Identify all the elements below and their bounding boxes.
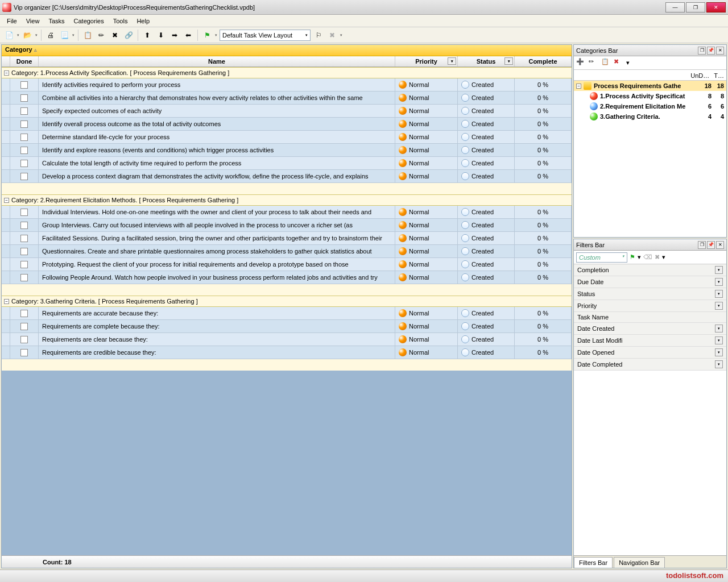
done-checkbox[interactable]: [20, 209, 28, 216]
done-cell[interactable]: [10, 307, 39, 319]
col-status[interactable]: Status▾: [458, 56, 515, 66]
task-row[interactable]: Prototyping. Request the client of your …: [2, 258, 572, 271]
link-icon[interactable]: 🔗: [123, 30, 134, 41]
filter-row[interactable]: Date Created▾: [574, 323, 726, 335]
tab-filters[interactable]: Filters Bar: [574, 557, 613, 568]
filter-dropdown-icon[interactable]: ▾: [715, 360, 723, 368]
done-cell[interactable]: [10, 206, 39, 218]
menu-categories[interactable]: Categories: [71, 16, 107, 26]
minimize-button[interactable]: —: [665, 2, 685, 13]
done-cell[interactable]: [10, 131, 39, 143]
tree-root[interactable]: − Process Requirements Gathe 18 18: [574, 81, 726, 91]
close-button[interactable]: ✕: [706, 2, 726, 13]
task-row[interactable]: Identify activities required to perform …: [2, 78, 572, 92]
menu-view[interactable]: View: [23, 16, 43, 26]
col-done[interactable]: Done: [10, 56, 39, 66]
category-header[interactable]: −Category: 3.Gathering Criteria. [ Proce…: [2, 296, 572, 307]
done-cell[interactable]: [10, 232, 39, 244]
task-row[interactable]: Questionnaires. Create and share printab…: [2, 245, 572, 258]
panel-pin-icon[interactable]: 📌: [707, 47, 715, 55]
tree-node[interactable]: 3.Gathering Criteria.44: [574, 111, 726, 122]
done-cell[interactable]: [10, 258, 39, 271]
done-checkbox[interactable]: [20, 222, 28, 229]
done-cell[interactable]: [10, 170, 39, 182]
done-cell[interactable]: [10, 320, 39, 332]
done-checkbox[interactable]: [20, 248, 28, 255]
task-row[interactable]: Determine standard life-cycle for your p…: [2, 131, 572, 144]
delete-task-icon[interactable]: ✖: [109, 30, 121, 41]
task-row[interactable]: Identify overall process outcome as the …: [2, 118, 572, 131]
save-layout-icon[interactable]: ⚐: [313, 30, 324, 41]
indent-icon[interactable]: ➡: [169, 30, 180, 41]
move-up-icon[interactable]: ⬆: [142, 30, 153, 41]
task-row[interactable]: Calculate the total length of activity t…: [2, 157, 572, 170]
done-checkbox[interactable]: [20, 120, 28, 128]
done-cell[interactable]: [10, 219, 39, 231]
apply-filter-icon[interactable]: ⚑: [630, 253, 635, 261]
delete-category-icon[interactable]: ✖: [614, 58, 624, 68]
filter-dropdown-icon[interactable]: ▾: [715, 278, 723, 286]
panel-restore-icon[interactable]: ❐: [698, 241, 706, 249]
task-row[interactable]: Specify expected outcomes of each activi…: [2, 105, 572, 118]
grouping-bar[interactable]: Category ▵: [2, 45, 572, 56]
done-checkbox[interactable]: [20, 310, 28, 317]
new-task-icon[interactable]: 📋: [82, 30, 93, 41]
filter-dropdown-icon[interactable]: ▾: [715, 302, 723, 310]
col-priority[interactable]: Priority▾: [395, 56, 458, 66]
filter-dropdown-icon[interactable]: ▾: [715, 336, 723, 344]
task-row[interactable]: Requirements are accurate because they:N…: [2, 307, 572, 320]
edit-task-icon[interactable]: ✏: [96, 30, 107, 41]
done-cell[interactable]: [10, 271, 39, 284]
done-checkbox[interactable]: [20, 107, 28, 115]
collapse-icon[interactable]: −: [4, 70, 9, 76]
done-cell[interactable]: [10, 118, 39, 130]
collapse-icon[interactable]: −: [4, 198, 9, 203]
task-row[interactable]: Identify and explore reasons (events and…: [2, 144, 572, 157]
filter-row[interactable]: Date Last Modifi▾: [574, 335, 726, 347]
menu-help[interactable]: Help: [133, 16, 153, 26]
done-checkbox[interactable]: [20, 94, 28, 102]
task-row[interactable]: Facilitated Sessions. During a facilitat…: [2, 232, 572, 245]
done-cell[interactable]: [10, 333, 39, 346]
done-checkbox[interactable]: [20, 235, 28, 242]
task-row[interactable]: Combine all activities into a hierarchy …: [2, 92, 572, 105]
filter-dropdown-icon[interactable]: ▾: [715, 290, 723, 298]
filter-preset-select[interactable]: Custom▾: [576, 252, 627, 263]
done-cell[interactable]: [10, 78, 39, 91]
done-checkbox[interactable]: [20, 349, 28, 356]
print-preview-icon[interactable]: 📃: [59, 30, 70, 41]
filter-row[interactable]: Task Name: [574, 312, 726, 323]
filter-row[interactable]: Date Completed▾: [574, 359, 726, 371]
done-checkbox[interactable]: [20, 147, 28, 154]
done-checkbox[interactable]: [20, 274, 28, 281]
task-row[interactable]: Requirements are clear because they:Norm…: [2, 333, 572, 346]
layout-select[interactable]: Default Task View Layout▾: [220, 30, 311, 41]
move-down-icon[interactable]: ⬇: [155, 30, 167, 41]
filter-dropdown-icon[interactable]: ▾: [715, 348, 723, 356]
menu-file[interactable]: File: [3, 16, 20, 26]
maximize-button[interactable]: ❐: [686, 2, 705, 13]
task-row[interactable]: Requirements are credible because they:N…: [2, 346, 572, 359]
panel-close-icon[interactable]: ✕: [716, 241, 724, 249]
priority-filter-icon[interactable]: ▾: [448, 57, 456, 65]
done-cell[interactable]: [10, 346, 39, 359]
done-cell[interactable]: [10, 157, 39, 169]
tree-node[interactable]: 1.Process Activity Specificat88: [574, 91, 726, 101]
done-cell[interactable]: [10, 245, 39, 257]
done-checkbox[interactable]: [20, 173, 28, 180]
menu-tasks[interactable]: Tasks: [45, 16, 68, 26]
collapse-icon[interactable]: −: [576, 84, 581, 89]
add-category-icon[interactable]: ➕: [576, 58, 586, 68]
task-row[interactable]: Requirements are complete because they:N…: [2, 320, 572, 333]
tab-navigation[interactable]: Navigation Bar: [614, 557, 665, 568]
grid-body[interactable]: −Category: 1.Process Activity Specificat…: [2, 67, 572, 555]
filter-row[interactable]: Date Opened▾: [574, 347, 726, 359]
done-checkbox[interactable]: [20, 261, 28, 268]
task-row[interactable]: Develop a process context diagram that d…: [2, 170, 572, 183]
filter-row[interactable]: Priority▾: [574, 300, 726, 312]
cat-link-icon[interactable]: 📋: [601, 58, 611, 68]
tree-node[interactable]: 2.Requirement Elicitation Me66: [574, 101, 726, 111]
done-checkbox[interactable]: [20, 160, 28, 167]
done-checkbox[interactable]: [20, 336, 28, 343]
filter-row[interactable]: Status▾: [574, 288, 726, 300]
